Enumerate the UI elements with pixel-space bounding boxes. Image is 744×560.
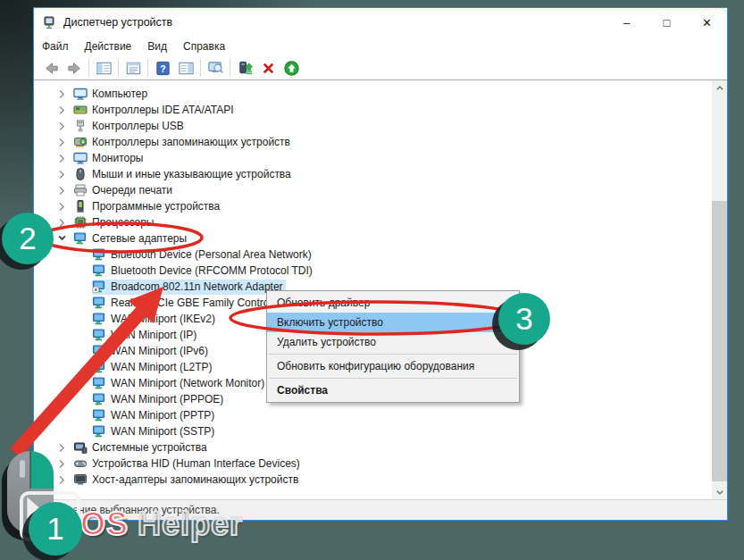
properties-icon[interactable] (121, 58, 145, 78)
chevron-icon[interactable] (55, 232, 68, 245)
chevron-icon[interactable] (55, 441, 68, 454)
vertical-scrollbar[interactable] (712, 80, 727, 499)
tree-item[interactable]: Контроллеры запоминающих устройств (34, 134, 712, 150)
help-icon[interactable]: ? (151, 58, 174, 78)
tree-item[interactable]: WAN Miniport (PPTP) (34, 407, 712, 423)
tree-item[interactable]: Системные устройства (34, 439, 712, 456)
back-icon[interactable] (39, 58, 63, 78)
chevron-icon[interactable] (55, 152, 68, 164)
scroll-down-button[interactable] (712, 484, 727, 499)
network-adapter-icon (92, 360, 106, 374)
software-device-icon (73, 199, 88, 213)
enable-device-icon[interactable] (280, 58, 303, 78)
desktop-background: Диспетчер устройств – □ ✕ ФайлДействиеВи… (0, 0, 744, 560)
network-adapter-disabled-icon (92, 280, 106, 294)
menu-separator (269, 354, 517, 355)
tree-item[interactable]: Сетевые адаптеры (34, 230, 712, 247)
toolbar-separator (200, 59, 201, 77)
print-queue-icon (73, 183, 88, 197)
toolbar-separator (118, 59, 119, 77)
system-devices-icon (73, 440, 88, 455)
minimize-button[interactable]: – (606, 8, 647, 37)
tree-item[interactable]: Компьютер (34, 86, 712, 102)
scrollbar-thumb[interactable] (712, 201, 727, 481)
context-menu-item[interactable]: Включить устройство (267, 313, 519, 332)
chevron-icon[interactable] (55, 136, 68, 148)
network-adapters-icon (73, 231, 88, 246)
device-manager-window: Диспетчер устройств – □ ✕ ФайлДействиеВи… (33, 7, 728, 521)
chevron-icon[interactable] (55, 457, 68, 470)
forward-icon[interactable] (63, 58, 86, 78)
context-menu-item[interactable]: Обновить драйвер (267, 293, 519, 313)
context-menu-item[interactable]: Обновить конфигурацию оборудования (267, 356, 519, 376)
chevron-icon[interactable] (55, 88, 68, 100)
toolbar-separator (147, 59, 148, 77)
action-pane-icon[interactable] (174, 58, 197, 78)
maximize-button[interactable]: □ (647, 8, 687, 37)
chevron-icon[interactable] (55, 216, 68, 229)
mouse-icon (73, 167, 88, 181)
network-adapter-icon (92, 424, 106, 439)
network-adapter-icon (92, 344, 106, 358)
chevron-icon[interactable] (55, 168, 68, 180)
ide-controller-icon (73, 103, 88, 117)
step-badge-1: 1 (29, 502, 82, 556)
tree-item[interactable]: WAN Miniport (SSTP) (34, 423, 712, 439)
context-menu-item[interactable]: Удалить устройство (267, 332, 519, 352)
tree-item[interactable]: Хост-адаптеры запоминающих устройств (34, 472, 712, 488)
usb-controller-icon (73, 119, 88, 133)
titlebar: Диспетчер устройств – □ ✕ (34, 8, 727, 37)
tree-item[interactable]: Мыши и иные указывающие устройства (34, 166, 712, 182)
window-title: Диспетчер устройств (63, 16, 172, 29)
step-badge-3: 3 (498, 293, 550, 345)
mouse-scroll-slit (20, 460, 25, 478)
toolbar-separator (88, 59, 89, 77)
network-adapter-icon (92, 328, 106, 342)
tree-item[interactable]: Bluetooth Device (RFCOMM Protocol TDI) (34, 263, 712, 279)
chevron-icon[interactable] (55, 473, 68, 486)
network-adapter-icon (92, 296, 106, 310)
network-adapter-icon (92, 263, 106, 278)
menubar-item[interactable]: Файл (34, 38, 77, 54)
tree-item[interactable]: Очереди печати (34, 182, 712, 198)
monitor-icon (73, 151, 88, 165)
tree-item[interactable]: Контроллеры IDE ATA/ATAPI (34, 102, 712, 118)
menu-separator (269, 378, 517, 379)
network-adapter-icon (92, 312, 106, 326)
chevron-icon[interactable] (55, 200, 68, 213)
tree-item[interactable]: Контроллеры USB (34, 118, 712, 134)
update-driver-icon[interactable] (233, 58, 256, 78)
network-adapter-icon (92, 408, 106, 422)
toolbar: ? (34, 56, 727, 80)
tree-item[interactable]: Bluetooth Device (Personal Area Network) (34, 247, 712, 263)
network-adapter-icon (92, 392, 106, 406)
menubar-item[interactable]: Действие (77, 38, 140, 54)
host-adapter-icon (73, 472, 88, 487)
context-menu: Обновить драйверВключить устройствоУдали… (266, 290, 520, 403)
context-menu-item[interactable]: Свойства (267, 380, 519, 400)
step-badge-2: 2 (2, 213, 54, 264)
hid-devices-icon (73, 456, 88, 471)
close-button[interactable]: ✕ (687, 8, 727, 37)
statusbar: Включение выбранного устройства. (34, 499, 727, 520)
tree-item[interactable]: Процессоры (34, 214, 712, 230)
chevron-icon[interactable] (55, 120, 68, 132)
uninstall-device-icon[interactable] (256, 58, 280, 78)
show-console-tree-icon[interactable] (92, 58, 115, 78)
svg-text:?: ? (160, 63, 165, 73)
tree-item[interactable]: Программные устройства (34, 198, 712, 214)
menubar-item[interactable]: Справка (175, 38, 233, 54)
tree-item[interactable]: Мониторы (34, 150, 712, 166)
device-manager-icon (42, 15, 56, 29)
tree-item[interactable]: Устройства HID (Human Interface Devices) (34, 456, 712, 472)
toolbar-separator (230, 59, 230, 77)
processor-icon (73, 215, 88, 230)
menubar: ФайлДействиеВидСправка (34, 37, 727, 56)
chevron-icon[interactable] (55, 104, 68, 116)
computer-icon (73, 87, 88, 101)
chevron-icon[interactable] (55, 184, 68, 196)
scroll-up-button[interactable] (712, 80, 727, 96)
scan-hardware-icon[interactable] (204, 58, 227, 78)
storage-controller-icon (73, 135, 88, 149)
menubar-item[interactable]: Вид (139, 38, 175, 54)
